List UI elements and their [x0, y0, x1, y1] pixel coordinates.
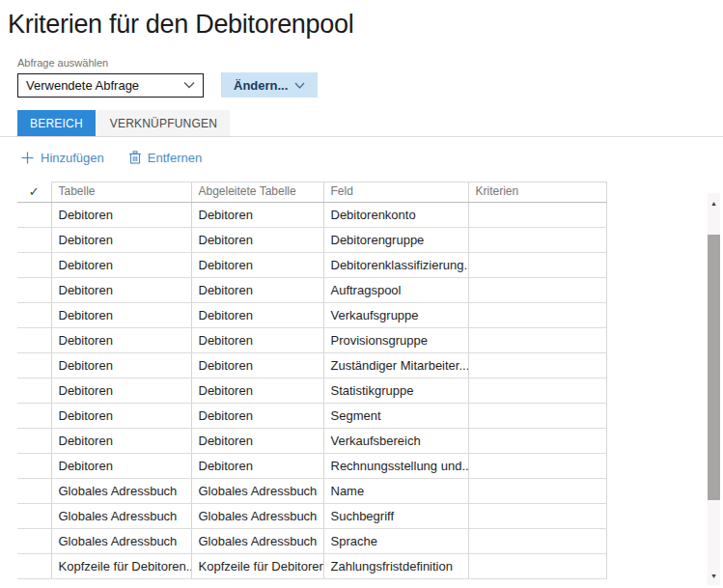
cell-feld[interactable]: Sprache	[323, 528, 468, 553]
vertical-scrollbar[interactable]: ▲ ▼	[708, 193, 720, 585]
cell-feld[interactable]: Verkaufsbereich	[323, 428, 468, 453]
cell-tabelle[interactable]: Debitoren	[51, 428, 191, 453]
change-button[interactable]: Ändern...	[221, 72, 318, 98]
table-row[interactable]: DebitorenDebitorenDebitorenklassifizieru…	[17, 252, 606, 277]
tab-bereich[interactable]: BEREICH	[17, 110, 96, 136]
cell-tabelle[interactable]: Debitoren	[51, 352, 191, 378]
cell-tabelle[interactable]: Debitoren	[51, 327, 191, 352]
cell-abgeleitete-tabelle[interactable]: Debitoren	[191, 453, 323, 478]
cell-abgeleitete-tabelle[interactable]: Debitoren	[191, 202, 323, 227]
column-header-tabelle[interactable]: Tabelle	[51, 182, 191, 203]
cell-feld[interactable]: Name	[323, 478, 468, 503]
table-row[interactable]: Kopfzeile für Debitoren...Kopfzeile für …	[17, 553, 606, 578]
row-check-cell[interactable]	[17, 503, 51, 528]
cell-abgeleitete-tabelle[interactable]: Debitoren	[191, 428, 323, 453]
cell-tabelle[interactable]: Kopfzeile für Debitoren...	[51, 553, 191, 578]
table-row[interactable]: Globales AdressbuchGlobales AdressbuchNa…	[17, 478, 606, 503]
cell-kriterien[interactable]	[468, 352, 606, 378]
cell-feld[interactable]: Debitorengruppe	[323, 227, 468, 252]
cell-kriterien[interactable]	[468, 302, 606, 327]
cell-feld[interactable]: Auftragspool	[323, 277, 468, 302]
row-check-cell[interactable]	[17, 277, 51, 302]
cell-kriterien[interactable]	[468, 503, 606, 528]
row-check-cell[interactable]	[17, 227, 51, 252]
cell-abgeleitete-tabelle[interactable]: Debitoren	[191, 403, 323, 428]
query-select[interactable]: Verwendete Abfrage	[17, 73, 204, 98]
cell-tabelle[interactable]: Globales Adressbuch	[51, 503, 191, 528]
table-row[interactable]: DebitorenDebitorenDebitorenkonto	[17, 202, 606, 227]
cell-tabelle[interactable]: Debitoren	[51, 277, 191, 302]
table-row[interactable]: DebitorenDebitorenAuftragspool	[17, 277, 606, 302]
cell-kriterien[interactable]	[468, 252, 606, 277]
cell-kriterien[interactable]	[468, 528, 606, 553]
cell-kriterien[interactable]	[468, 453, 606, 478]
row-check-cell[interactable]	[17, 327, 51, 352]
table-row[interactable]: DebitorenDebitorenSegment	[17, 403, 606, 428]
cell-tabelle[interactable]: Globales Adressbuch	[51, 528, 191, 553]
row-check-cell[interactable]	[17, 403, 51, 428]
cell-kriterien[interactable]	[468, 227, 606, 252]
cell-tabelle[interactable]: Debitoren	[51, 202, 191, 227]
cell-feld[interactable]: Zahlungsfristdefinition	[323, 553, 468, 578]
cell-abgeleitete-tabelle[interactable]: Globales Adressbuch	[191, 503, 323, 528]
table-row[interactable]: DebitorenDebitorenVerkaufsbereich	[17, 428, 606, 453]
scroll-down-icon[interactable]: ▼	[708, 568, 720, 583]
table-row[interactable]: DebitorenDebitorenZuständiger Mitarbeite…	[17, 352, 606, 378]
row-check-cell[interactable]	[17, 478, 51, 503]
cell-tabelle[interactable]: Debitoren	[51, 252, 191, 277]
scroll-up-icon[interactable]: ▲	[708, 195, 720, 210]
cell-feld[interactable]: Statistikgruppe	[323, 378, 468, 403]
cell-feld[interactable]: Debitorenklassifizierung...	[323, 252, 468, 277]
cell-abgeleitete-tabelle[interactable]: Debitoren	[191, 378, 323, 403]
cell-feld[interactable]: Suchbegriff	[323, 503, 468, 528]
cell-kriterien[interactable]	[468, 478, 606, 503]
cell-kriterien[interactable]	[468, 378, 606, 403]
table-row[interactable]: Globales AdressbuchGlobales AdressbuchSu…	[17, 503, 606, 528]
cell-abgeleitete-tabelle[interactable]: Kopfzeile für Debitoren...	[191, 553, 323, 578]
scrollbar-thumb[interactable]	[708, 235, 720, 500]
cell-abgeleitete-tabelle[interactable]: Debitoren	[191, 277, 323, 302]
row-check-cell[interactable]	[17, 453, 51, 478]
cell-kriterien[interactable]	[468, 428, 606, 453]
cell-abgeleitete-tabelle[interactable]: Debitoren	[191, 352, 323, 378]
cell-feld[interactable]: Provisionsgruppe	[323, 327, 468, 352]
column-header-abgeleitete-tabelle[interactable]: Abgeleitete Tabelle	[191, 182, 323, 203]
row-check-cell[interactable]	[17, 378, 51, 403]
table-row[interactable]: DebitorenDebitorenStatistikgruppe	[17, 378, 606, 403]
table-row[interactable]: DebitorenDebitorenDebitorengruppe	[17, 227, 606, 252]
cell-abgeleitete-tabelle[interactable]: Debitoren	[191, 252, 323, 277]
tab-verknuepfungen[interactable]: VERKNÜPFUNGEN	[97, 110, 230, 136]
row-check-cell[interactable]	[17, 528, 51, 553]
column-header-feld[interactable]: Feld	[323, 182, 468, 203]
table-row[interactable]: DebitorenDebitorenVerkaufsgruppe	[17, 302, 606, 327]
select-all-header[interactable]: ✓	[17, 182, 51, 203]
row-check-cell[interactable]	[17, 428, 51, 453]
cell-tabelle[interactable]: Debitoren	[51, 403, 191, 428]
row-check-cell[interactable]	[17, 252, 51, 277]
table-row[interactable]: DebitorenDebitorenRechnungsstellung und.…	[17, 453, 606, 478]
cell-kriterien[interactable]	[468, 277, 606, 302]
table-row[interactable]: Globales AdressbuchGlobales AdressbuchSp…	[17, 528, 606, 553]
row-check-cell[interactable]	[17, 202, 51, 227]
column-header-kriterien[interactable]: Kriterien	[468, 182, 606, 203]
cell-abgeleitete-tabelle[interactable]: Debitoren	[191, 302, 323, 327]
row-check-cell[interactable]	[17, 553, 51, 578]
cell-feld[interactable]: Zuständiger Mitarbeiter...	[323, 352, 468, 378]
cell-abgeleitete-tabelle[interactable]: Debitoren	[191, 327, 323, 352]
cell-kriterien[interactable]	[468, 327, 606, 352]
cell-feld[interactable]: Segment	[323, 403, 468, 428]
cell-kriterien[interactable]	[468, 403, 606, 428]
cell-kriterien[interactable]	[468, 202, 606, 227]
cell-feld[interactable]: Debitorenkonto	[323, 202, 468, 227]
row-check-cell[interactable]	[17, 352, 51, 378]
cell-feld[interactable]: Rechnungsstellung und...	[323, 453, 468, 478]
cell-tabelle[interactable]: Debitoren	[51, 453, 191, 478]
cell-tabelle[interactable]: Debitoren	[51, 302, 191, 327]
remove-button[interactable]: Entfernen	[129, 151, 202, 165]
add-button[interactable]: Hinzufügen	[21, 151, 104, 165]
table-row[interactable]: DebitorenDebitorenProvisionsgruppe	[17, 327, 606, 352]
cell-feld[interactable]: Verkaufsgruppe	[323, 302, 468, 327]
cell-tabelle[interactable]: Debitoren	[51, 227, 191, 252]
row-check-cell[interactable]	[17, 302, 51, 327]
cell-kriterien[interactable]	[468, 553, 606, 578]
